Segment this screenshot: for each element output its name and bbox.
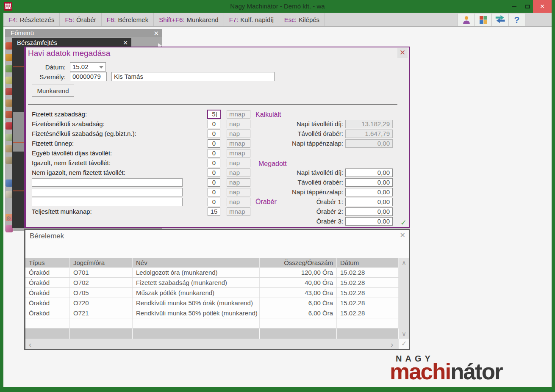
szemely-label: Személy: (26, 72, 66, 82)
table-row[interactable]: Órakód O720 Rendkívüli munka 50% órák (m… (25, 298, 399, 308)
field-label: Fizetett szabadság: (32, 110, 87, 119)
minimize-button[interactable] (508, 0, 520, 13)
function-toolbar: F4: Részletezés F5: Órabér F6: Bérelemek… (3, 13, 552, 27)
app-window: Nagy Machinátor - Demó kft. - wa ✕ F4: R… (0, 0, 555, 392)
value-input[interactable]: 0 (208, 130, 220, 138)
value-input[interactable]: 0 (208, 168, 220, 177)
oraber2-label: Órabér 2: (246, 207, 343, 216)
value-input[interactable]: 0 (208, 139, 220, 148)
person-icon[interactable] (458, 14, 475, 26)
calc-label: Napi távolléti díj: (246, 120, 343, 128)
napi-tavolleti-dij-calc: 13.182,29 (345, 120, 393, 128)
oraber2-input[interactable]: 0,00 (345, 207, 393, 216)
chevron-down-icon (99, 66, 103, 69)
extra-absence-input[interactable] (32, 188, 183, 196)
scroll-left-icon[interactable]: ‹ (29, 340, 31, 349)
titlebar: Nagy Machinátor - Demó kft. - wa ✕ (0, 0, 555, 13)
col-header: Összeg/Óraszám (260, 258, 337, 268)
window-title: Nagy Machinátor - Demó kft. - wa (0, 3, 555, 10)
panel-close-icon[interactable]: ✕ (400, 231, 405, 239)
given-label: Napi távolléti díj: (246, 168, 343, 177)
logo-machinator: machinátor (390, 360, 549, 383)
table-row[interactable]: Órakód O705 Műszak pótlék (munkarend) 43… (25, 288, 399, 298)
napi-tavolleti-dij-input[interactable]: 0,00 (345, 168, 393, 177)
dialog-close-icon[interactable]: ✕ (397, 48, 408, 58)
table-footer (25, 329, 399, 339)
table-header: Típus Jogcím/óra Név Összeg/Óraszám Dátu… (25, 258, 399, 268)
szemely-id-field[interactable]: 00000079 (70, 72, 107, 81)
shiftf6-munkarend-button[interactable]: Shift+F6: Munkarend (154, 13, 224, 26)
extra-absence-input[interactable] (32, 198, 183, 206)
fomenu-close-icon[interactable]: ✕ (153, 30, 159, 37)
datum-label: Dátum: (26, 63, 66, 72)
help-icon[interactable]: ? (508, 14, 525, 26)
field-label: Egyéb távolléti díjas távollét: (32, 149, 112, 157)
f7-kulf-napidij-button[interactable]: F7: Külf. napidíj (224, 13, 279, 26)
field-label: Teljesített munkanap: (32, 207, 92, 216)
field-label: Fizetett ünnep: (32, 139, 74, 148)
value-input[interactable]: 0 (208, 188, 220, 196)
value-input[interactable]: 0 (208, 198, 220, 206)
havi-adatok-dialog: Havi adatok megadása ✕ Dátum: 15.02 Szem… (24, 47, 410, 228)
value-input[interactable]: 15 (208, 207, 220, 216)
table-row-empty (25, 318, 399, 329)
szemely-nev-field[interactable]: Kis Tamás (111, 72, 275, 81)
napi-tappenzalap-input[interactable]: 0,00 (345, 188, 393, 196)
datum-dropdown[interactable]: 15.02 (70, 62, 106, 72)
calc-label: Napi táppénzalap: (246, 139, 343, 148)
apps-grid-icon[interactable] (475, 14, 491, 26)
table-row[interactable]: Órakód O721 Rendkívüli munka 50% pótlék … (25, 308, 399, 318)
calc-label: Távolléti órabér: (246, 130, 343, 138)
vertical-scrollbar[interactable]: ∧ ∨ (399, 258, 409, 339)
transfer-arrows-icon[interactable] (491, 14, 508, 26)
oraber1-label: Órabér 1: (246, 198, 343, 206)
text-caret (216, 112, 216, 117)
scroll-up-icon[interactable]: ∧ (402, 259, 406, 267)
maximize-button[interactable] (521, 0, 534, 13)
unit-field: nap (227, 159, 250, 167)
value-input[interactable]: 0 (208, 159, 220, 167)
esc-kilepes-button[interactable]: Esc: Kilépés (279, 13, 325, 26)
confirm-check-icon[interactable]: ✓ (400, 218, 407, 227)
field-label: Igazolt, nem fizetett távollét: (32, 159, 111, 167)
panel-title: Bérelemek (30, 232, 64, 240)
menu-separator (13, 190, 24, 191)
oraber1-input[interactable]: 0,00 (345, 198, 393, 206)
kalkulalt-heading: Kalkulált (255, 111, 281, 119)
col-header: Név (133, 258, 260, 268)
value-input[interactable]: 0 (208, 149, 220, 157)
unit-field: mnap (227, 149, 250, 157)
menu-separator (13, 142, 24, 143)
berszamfejtes-close-icon[interactable]: ✕ (123, 39, 128, 46)
value-input[interactable]: 0 (208, 178, 220, 187)
horizontal-scrollbar[interactable]: ‹ › (25, 339, 399, 349)
extra-absence-input[interactable] (32, 178, 183, 187)
menu-highlight (13, 112, 24, 152)
value-input[interactable]: 0 (208, 120, 220, 128)
unit-field: mnap (227, 110, 250, 119)
napi-tappenzalap-calc: 0,00 (345, 139, 393, 148)
col-header: Jogcím/óra (70, 258, 133, 268)
table-row[interactable]: Órakód O702 Fizetett szabadság (munkaren… (25, 278, 399, 288)
megadott-heading: Megadott (258, 160, 287, 168)
panel-check-icon[interactable]: ✓ (401, 340, 407, 348)
field-label: Fizetésnélküli szabadság: (32, 120, 105, 128)
berelemek-panel: Bérelemek ✕ Típus Jogcím/óra Név Összeg/… (24, 229, 410, 350)
f4-reszletezes-button[interactable]: F4: Részletezés (3, 13, 60, 26)
close-button[interactable]: ✕ (533, 0, 552, 13)
col-header: Típus (25, 258, 70, 268)
oraber3-input[interactable]: 0,00 (345, 217, 393, 226)
col-header: Dátum (337, 258, 399, 268)
munkarend-button[interactable]: Munkarend (32, 85, 74, 97)
dialog-title: Havi adatok megadása (28, 49, 110, 58)
fizetett-szabadsag-input[interactable]: 5 (207, 110, 221, 119)
given-label: Napi táppénzalap: (246, 188, 343, 196)
f5-oraber-button[interactable]: F5: Órabér (60, 13, 101, 26)
tavolleti-oraber-input[interactable]: 0,00 (345, 178, 393, 187)
scroll-down-icon[interactable]: ∨ (402, 330, 406, 338)
scroll-right-icon[interactable]: › (391, 340, 393, 349)
table-row[interactable]: Órakód O701 Ledolgozott óra (munkarend) … (25, 268, 399, 278)
oraber3-label: Órabér 3: (246, 217, 343, 226)
f6-berelemek-button[interactable]: F6: Bérelemek (102, 13, 154, 26)
fomenu-titlebar: Főmenü (5, 29, 162, 37)
